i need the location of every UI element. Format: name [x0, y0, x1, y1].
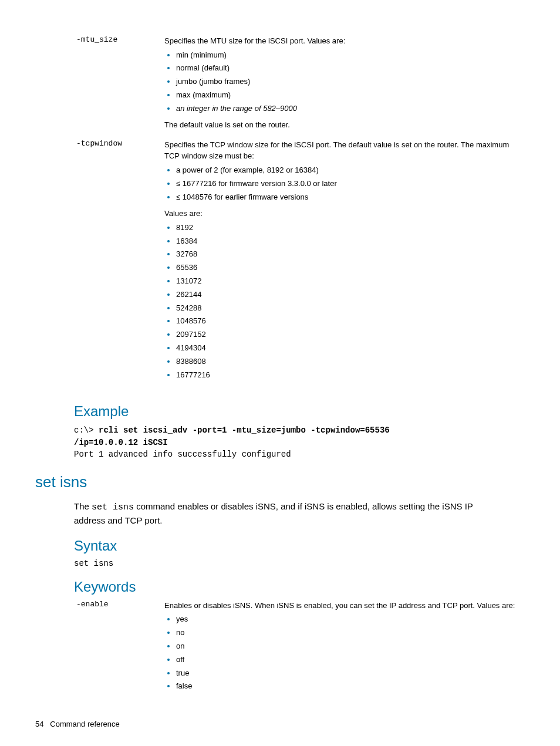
- param-outro: The default value is set on the router.: [164, 119, 519, 131]
- bullet: normal (default): [176, 62, 519, 75]
- bullet: 8192: [176, 222, 519, 234]
- body-cmd: set isns: [92, 502, 134, 512]
- prompt: c:\>: [74, 426, 99, 435]
- bullet: 1048576: [176, 315, 519, 328]
- bullet: false: [176, 680, 519, 693]
- cmd-output: Port 1 advanced info successfully config…: [74, 450, 291, 459]
- param-intro: Specifies the MTU size for the iSCSI por…: [164, 35, 519, 47]
- param-table-2: -enable Enables or disables iSNS. When i…: [35, 600, 525, 703]
- bullet: yes: [176, 613, 519, 626]
- param-bullets: min (minimum) normal (default) jumbo (ju…: [164, 49, 519, 115]
- bullet: 32768: [176, 248, 519, 261]
- syntax-heading: Syntax: [74, 538, 525, 554]
- param-bullets-2: 8192 16384 32768 65536 131072 262144 524…: [164, 222, 519, 382]
- bullet: 4194304: [176, 342, 519, 355]
- bullet: ≤ 1048576 for earlier firmware versions: [176, 191, 519, 204]
- bullet-italic: an integer in the range of 582–9000: [176, 103, 519, 115]
- param-bullets: a power of 2 (for example, 8192 or 16384…: [164, 164, 519, 203]
- param-row-mtu: -mtu_size Specifies the MTU size for the…: [35, 35, 525, 133]
- set-isns-heading: set isns: [35, 473, 525, 491]
- param-desc: Specifies the TCP window size for the iS…: [164, 139, 525, 386]
- bullet: 262144: [176, 289, 519, 301]
- param-row-tcpwindow: -tcpwindow Specifies the TCP window size…: [35, 139, 525, 386]
- cmd-line1: rcli set iscsi_adv -port=1 -mtu_size=jum…: [99, 426, 390, 435]
- example-code: c:\> rcli set iscsi_adv -port=1 -mtu_siz…: [74, 424, 525, 460]
- syntax-line: set isns: [74, 559, 525, 568]
- bullet: on: [176, 640, 519, 653]
- param-key: -enable: [35, 600, 164, 609]
- bullet: jumbo (jumbo frames): [176, 76, 519, 88]
- param-intro: Enables or disables iSNS. When iSNS is e…: [164, 600, 519, 612]
- param-mid: Values are:: [164, 208, 519, 220]
- bullet: 2097152: [176, 329, 519, 341]
- param-table-1: -mtu_size Specifies the MTU size for the…: [35, 35, 525, 391]
- body-pre: The: [74, 501, 92, 511]
- cmd-line2: /ip=10.0.0.12 iSCSI: [74, 438, 168, 447]
- bullet: true: [176, 667, 519, 680]
- bullet: 16777216: [176, 369, 519, 382]
- param-key: -mtu_size: [35, 35, 164, 44]
- param-key: -tcpwindow: [35, 139, 164, 148]
- bullet: no: [176, 627, 519, 639]
- param-desc: Enables or disables iSNS. When iSNS is e…: [164, 600, 525, 697]
- param-intro: Specifies the TCP window size for the iS…: [164, 139, 519, 162]
- bullet: max (maximum): [176, 89, 519, 102]
- bullet: 16384: [176, 235, 519, 248]
- page-footer: 54 Command reference: [35, 720, 120, 728]
- example-heading: Example: [74, 403, 525, 420]
- body-post: command enables or disables iSNS, and if…: [74, 501, 473, 525]
- keywords-heading: Keywords: [74, 579, 525, 595]
- bullet: 524288: [176, 302, 519, 315]
- param-bullets: yes no on off true false: [164, 613, 519, 693]
- bullet: 65536: [176, 262, 519, 274]
- bullet: 8388608: [176, 356, 519, 368]
- bullet: ≤ 16777216 for firmware version 3.3.0.0 …: [176, 178, 519, 190]
- param-row-enable: -enable Enables or disables iSNS. When i…: [35, 600, 525, 697]
- bullet: a power of 2 (for example, 8192 or 16384…: [176, 164, 519, 177]
- page: -mtu_size Specifies the MTU size for the…: [0, 0, 560, 746]
- set-isns-body: The set isns command enables or disables…: [74, 500, 501, 527]
- page-number: 54: [35, 720, 43, 728]
- bullet: min (minimum): [176, 49, 519, 62]
- bullet: 131072: [176, 275, 519, 288]
- param-desc: Specifies the MTU size for the iSCSI por…: [164, 35, 525, 133]
- bullet: off: [176, 654, 519, 666]
- footer-text: Command reference: [50, 720, 120, 728]
